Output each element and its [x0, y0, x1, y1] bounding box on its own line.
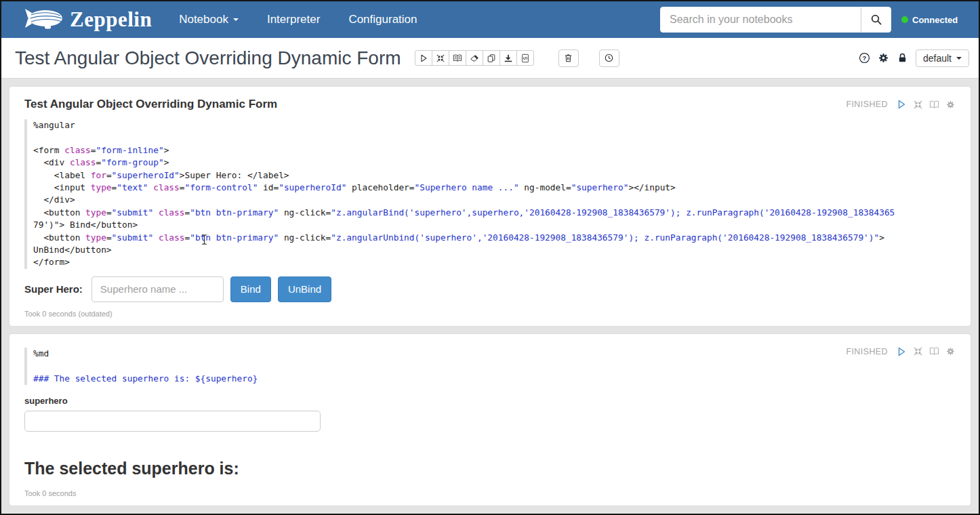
superhero-form-label: Super Hero:	[24, 283, 83, 295]
navbar-right: Connected	[660, 7, 969, 33]
paragraph-1-header: Test Angular Object Overriding Dynamic F…	[24, 98, 956, 111]
lock-icon[interactable]	[897, 52, 908, 64]
search-input[interactable]	[661, 7, 861, 32]
clone-note-icon	[487, 54, 496, 63]
titlebar-right-icons: ? default	[859, 49, 969, 67]
show-editor-icon[interactable]	[929, 346, 939, 356]
code-editor-md[interactable]: %md ### The selected superhero is: ${sup…	[24, 348, 956, 385]
settings-icon[interactable]	[945, 346, 956, 356]
note-title[interactable]: Test Angular Object Overriding Dynamic F…	[15, 47, 401, 69]
run-all-icon	[419, 54, 428, 63]
connection-status: Connected	[901, 15, 969, 25]
navbar: Zeppelin Notebook Interpreter Configurat…	[0, 1, 980, 38]
note-content: Test Angular Object Overriding Dynamic F…	[0, 79, 980, 515]
status-badge: FINISHED	[846, 347, 888, 356]
paragraph-1-took: Took 0 seconds (outdated)	[24, 310, 956, 318]
show-editor-icon[interactable]	[929, 100, 939, 110]
paragraph-2-took: Took 0 seconds	[24, 489, 956, 497]
unbind-button[interactable]: UnBind	[278, 276, 331, 302]
show-hide-code-icon	[453, 54, 462, 63]
export-icon	[504, 54, 513, 63]
superhero-output-input[interactable]	[24, 411, 321, 432]
status-badge: FINISHED	[846, 100, 888, 109]
nav-item-interpreter[interactable]: Interpreter	[267, 13, 320, 26]
paragraph-1-controls: FINISHED	[846, 99, 956, 110]
code-download-icon	[520, 54, 530, 63]
dynamic-form-output: Super Hero: Bind UnBind	[24, 276, 956, 302]
collapse-icon[interactable]	[913, 100, 923, 110]
markdown-heading: The selected superhero is:	[24, 459, 956, 478]
collapse-icon[interactable]	[913, 346, 923, 356]
trash-icon	[563, 53, 573, 63]
paragraph-1-title: Test Angular Object Overriding Dynamic F…	[24, 98, 277, 111]
brand-title: Zeppelin	[70, 7, 152, 32]
svg-text:?: ?	[863, 54, 867, 62]
clear-output-button[interactable]	[466, 50, 483, 66]
help-icon[interactable]: ?	[859, 52, 870, 64]
scheduler-clock-icon	[604, 53, 614, 63]
zeppelin-blimp-icon	[24, 7, 64, 33]
paragraph-angular-form: Test Angular Object Overriding Dynamic F…	[9, 87, 971, 326]
nav-item-notebook-label: Notebook	[179, 13, 228, 26]
interpreter-binding-dropdown[interactable]: default	[916, 49, 969, 67]
search-group	[660, 7, 891, 33]
text-cursor	[201, 234, 208, 245]
nav-links: Notebook Interpreter Configuration	[179, 13, 417, 26]
scheduler-button[interactable]	[599, 49, 619, 67]
connected-label: Connected	[912, 15, 958, 25]
paragraph-markdown: FINISHED %md ### The selected superhero …	[9, 334, 971, 506]
superhero-name-input[interactable]	[91, 276, 224, 302]
connected-dot	[901, 16, 908, 23]
collapse-button[interactable]	[432, 50, 449, 66]
nav-item-notebook[interactable]: Notebook	[179, 13, 239, 26]
nav-item-configuration[interactable]: Configuration	[348, 13, 417, 26]
nav-item-interpreter-label: Interpreter	[267, 13, 320, 26]
show-hide-code-button[interactable]	[449, 50, 466, 66]
run-all-button[interactable]	[415, 50, 432, 66]
code-editor-angular[interactable]: %angular <form class="form-inline"> <div…	[24, 119, 956, 269]
chevron-down-icon	[233, 18, 239, 21]
nav-item-configuration-label: Configuration	[348, 13, 417, 26]
run-icon[interactable]	[896, 99, 907, 110]
zeppelin-brand[interactable]: Zeppelin	[24, 7, 152, 33]
search-button[interactable]	[861, 7, 891, 32]
paragraph-2-controls: FINISHED	[846, 346, 956, 357]
superhero-output-label: superhero	[24, 396, 956, 406]
interpreter-binding-label: default	[923, 53, 952, 64]
settings-icon[interactable]	[945, 100, 956, 110]
settings-gear-icon[interactable]	[878, 52, 889, 64]
remove-note-button[interactable]	[558, 49, 579, 67]
code-download-button[interactable]	[516, 50, 534, 66]
note-titlebar: Test Angular Object Overriding Dynamic F…	[0, 38, 980, 79]
search-icon	[870, 14, 882, 26]
note-toolbar	[415, 50, 534, 66]
run-icon[interactable]	[896, 346, 907, 357]
collapse-icon	[436, 54, 445, 63]
export-button[interactable]	[499, 50, 517, 66]
bind-button[interactable]: Bind	[230, 276, 271, 302]
chevron-down-icon	[956, 57, 962, 60]
clone-note-button[interactable]	[483, 50, 500, 66]
clear-output-icon	[470, 54, 479, 63]
